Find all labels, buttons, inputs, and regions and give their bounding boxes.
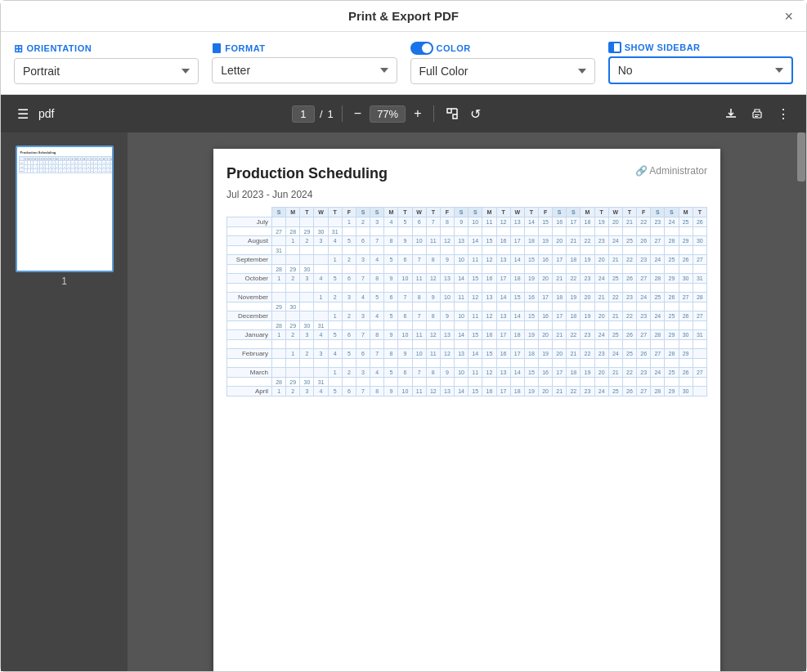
thumbnail-panel: Production Scheduling SMTWTFS SMTWTFS SM… — [1, 132, 128, 671]
print-button[interactable] — [747, 104, 767, 123]
format-label: FORMAT — [212, 43, 397, 54]
separator-2 — [433, 105, 434, 122]
doc-preview[interactable]: Production Scheduling 🔗 Administrator Ju… — [128, 132, 806, 671]
doc-title: Production Scheduling — [226, 165, 388, 182]
table-row — [227, 359, 707, 368]
table-row: 28293031 — [227, 321, 707, 330]
orientation-label: ⊞ ORIENTATION — [14, 43, 199, 55]
svg-rect-1 — [447, 109, 451, 113]
table-row: March 123 45678910 11121314151617 181920… — [227, 368, 707, 378]
table-row: April 1234567 891011121314 1516171819202… — [227, 387, 707, 396]
table-row: 31 — [227, 246, 707, 255]
page-separator: / — [320, 108, 323, 120]
scrollbar-track[interactable] — [796, 132, 806, 671]
orientation-group: ⊞ ORIENTATION Portrait Landscape — [14, 43, 199, 84]
doc-page: Production Scheduling 🔗 Administrator Ju… — [213, 149, 720, 671]
menu-button[interactable]: ☰ — [14, 103, 32, 125]
viewer-container: ☰ pdf / 1 − 77% + — [1, 95, 806, 671]
thumbnail-image-1: Production Scheduling SMTWTFS SMTWTFS SM… — [16, 146, 114, 272]
doc-admin[interactable]: 🔗 Administrator — [635, 165, 707, 177]
color-label: COLOR — [410, 42, 595, 55]
format-icon — [212, 43, 222, 54]
orientation-icon: ⊞ — [14, 43, 24, 55]
viewer-toolbar: ☰ pdf / 1 − 77% + — [1, 95, 806, 132]
svg-rect-6 — [755, 114, 760, 115]
table-row: 2728293031 — [227, 227, 707, 236]
table-row — [227, 340, 707, 349]
title-bar: Print & Export PDF × — [1, 1, 806, 32]
toolbar-right: ⋮ — [721, 103, 793, 125]
show-sidebar-group: SHOW SIDEBAR No Yes — [608, 42, 793, 84]
zoom-level[interactable]: 77% — [370, 105, 406, 123]
calendar-table: SMTWTFS SMTWTFS SMTWTFS SMTWTFS SMT July — [226, 207, 707, 396]
download-button[interactable] — [721, 104, 741, 123]
scrollbar-thumb[interactable] — [797, 132, 805, 181]
format-group: FORMAT Letter A4 Legal — [212, 43, 397, 83]
page-input[interactable] — [292, 105, 315, 123]
table-row: September 123 45678910 11121314151617 18… — [227, 255, 707, 265]
toolbar-left: ☰ pdf — [14, 103, 54, 125]
svg-rect-2 — [453, 114, 457, 119]
table-row: July 12 3456789 10111213141516 171819202… — [227, 217, 707, 227]
print-export-dialog: Print & Export PDF × ⊞ ORIENTATION Portr… — [0, 0, 807, 672]
more-button[interactable]: ⋮ — [773, 103, 793, 125]
table-row: December 123 45678910 11121314151617 181… — [227, 311, 707, 321]
rotate-button[interactable]: ↺ — [467, 103, 484, 125]
separator-1 — [342, 105, 343, 122]
show-sidebar-label: SHOW SIDEBAR — [608, 42, 793, 53]
table-row — [227, 284, 707, 293]
table-row: January 1234567 891011121314 15161718192… — [227, 330, 707, 340]
orientation-select[interactable]: Portrait Landscape — [14, 58, 199, 84]
table-row: 28293031 — [227, 378, 707, 387]
color-group: COLOR Full Color Black & White Grayscale — [410, 42, 595, 84]
table-row: November 1234 567891011 12131415161718 1… — [227, 293, 707, 302]
zoom-out-button[interactable]: − — [351, 103, 365, 124]
pdf-label: pdf — [38, 107, 54, 120]
color-toggle-icon — [410, 42, 433, 55]
svg-rect-7 — [755, 116, 758, 117]
table-row: August 123456 78910111213 14151617181920… — [227, 236, 707, 246]
thumbnail-item-1[interactable]: Production Scheduling SMTWTFS SMTWTFS SM… — [16, 146, 114, 287]
toolbar-center: / 1 − 77% + ↺ — [61, 103, 715, 125]
table-row: 2930 — [227, 302, 707, 311]
table-row: October 1234567 891011121314 15161718192… — [227, 274, 707, 284]
sidebar-toggle-icon — [608, 42, 621, 53]
color-select[interactable]: Full Color Black & White Grayscale — [410, 58, 595, 84]
close-button[interactable]: × — [784, 9, 793, 24]
viewer-body: Production Scheduling SMTWTFS SMTWTFS SM… — [1, 132, 806, 671]
controls-bar: ⊞ ORIENTATION Portrait Landscape FORMAT … — [1, 32, 806, 95]
page-total: 1 — [328, 108, 334, 120]
svg-rect-0 — [213, 43, 221, 53]
format-select[interactable]: Letter A4 Legal — [212, 57, 397, 83]
doc-header: Production Scheduling 🔗 Administrator — [226, 165, 707, 182]
doc-subtitle: Jul 2023 - Jun 2024 — [226, 189, 707, 200]
table-row: February 123456 78910111213 141516171819… — [227, 349, 707, 359]
show-sidebar-select[interactable]: No Yes — [608, 56, 793, 84]
dialog-title: Print & Export PDF — [348, 9, 459, 23]
thumbnail-label-1: 1 — [61, 276, 67, 287]
fit-button[interactable] — [442, 104, 462, 123]
table-row: 282930 — [227, 265, 707, 274]
zoom-in-button[interactable]: + — [410, 103, 424, 124]
